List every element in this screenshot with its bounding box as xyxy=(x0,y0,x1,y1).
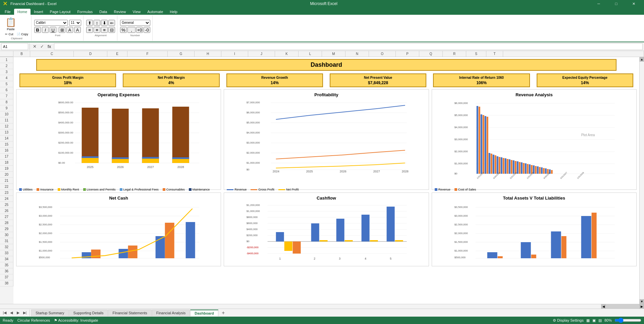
vertical-scrollbar[interactable]: ▲ ▼ xyxy=(639,57,644,304)
row-31[interactable]: 31 xyxy=(0,238,13,244)
row-36[interactable]: 36 xyxy=(0,268,13,274)
tab-review[interactable]: Review xyxy=(110,9,129,15)
view-page-break-btn[interactable]: ▤ xyxy=(598,318,602,323)
col-header-s[interactable]: S xyxy=(466,51,486,57)
merge-btn[interactable]: ⊟ xyxy=(108,27,115,33)
sheet-last-btn[interactable]: ▶| xyxy=(21,310,28,316)
row-15[interactable]: 15 xyxy=(0,142,13,148)
row-6[interactable]: 6 xyxy=(0,87,13,93)
row-22[interactable]: 22 xyxy=(0,184,13,190)
font-color-btn[interactable]: A xyxy=(74,27,81,33)
row-10[interactable]: 10 xyxy=(0,111,13,117)
name-box[interactable] xyxy=(1,43,28,50)
font-size-select[interactable]: 11 xyxy=(69,20,81,26)
confirm-icon[interactable]: ✓ xyxy=(39,43,45,50)
col-header-g[interactable]: G xyxy=(168,51,195,57)
tab-view[interactable]: View xyxy=(129,9,144,15)
col-header-k[interactable]: K xyxy=(275,51,299,57)
col-header-p[interactable]: P xyxy=(396,51,419,57)
close-btn[interactable]: ✕ xyxy=(626,0,641,7)
tab-supporting-details[interactable]: Supporting Details xyxy=(69,310,108,316)
align-middle-btn[interactable]: ↕ xyxy=(94,20,100,26)
sheet-first-btn[interactable]: |◀ xyxy=(1,310,8,316)
row-7[interactable]: 7 xyxy=(0,93,13,99)
insert-function-icon[interactable]: fx xyxy=(46,43,53,50)
row-21[interactable]: 21 xyxy=(0,178,13,184)
paste-btn[interactable]: 📋 Paste xyxy=(4,16,17,32)
row-25[interactable]: 25 xyxy=(0,202,13,208)
col-header-j[interactable]: J xyxy=(248,51,275,57)
number-format-select[interactable]: General xyxy=(120,20,150,26)
view-page-layout-btn[interactable]: ▣ xyxy=(592,318,596,323)
sheet-next-btn[interactable]: ▶ xyxy=(15,310,21,316)
row-19[interactable]: 19 xyxy=(0,166,13,172)
col-header-e[interactable]: E xyxy=(107,51,127,57)
col-header-l[interactable]: L xyxy=(299,51,322,57)
minimize-btn[interactable]: ─ xyxy=(591,0,606,7)
scroll-right-btn[interactable]: ▶ xyxy=(639,304,644,309)
row-3[interactable]: 3 xyxy=(0,69,13,75)
decrease-decimal-btn[interactable]: -0 xyxy=(144,27,150,33)
tab-insert[interactable]: Insert xyxy=(31,9,47,15)
row-14[interactable]: 14 xyxy=(0,136,13,142)
tab-data[interactable]: Data xyxy=(96,9,110,15)
col-header-c[interactable]: C xyxy=(30,51,74,57)
tab-automate[interactable]: Automate xyxy=(144,9,166,15)
align-right-btn[interactable]: ≡ xyxy=(101,27,108,33)
row-11[interactable]: 11 xyxy=(0,117,13,123)
col-header-n[interactable]: N xyxy=(345,51,369,57)
formula-input[interactable] xyxy=(54,43,643,50)
copy-btn[interactable]: 📄 Copy xyxy=(16,32,30,36)
row-8[interactable]: 8 xyxy=(0,99,13,105)
row-9[interactable]: 9 xyxy=(0,105,13,111)
tab-home[interactable]: Home xyxy=(14,9,31,15)
cancel-icon[interactable]: ✕ xyxy=(31,43,38,50)
row-17[interactable]: 17 xyxy=(0,154,13,160)
cut-btn[interactable]: ✂ Cut xyxy=(4,32,14,36)
scroll-down-btn[interactable]: ▼ xyxy=(640,299,644,304)
col-header-o[interactable]: O xyxy=(369,51,396,57)
row-37[interactable]: 37 xyxy=(0,274,13,280)
comma-btn[interactable]: , xyxy=(127,27,136,33)
tab-dashboard[interactable]: Dashboard xyxy=(190,310,218,316)
col-header-d[interactable]: D xyxy=(74,51,107,57)
scroll-thumb[interactable] xyxy=(606,304,639,309)
scroll-up-btn[interactable]: ▲ xyxy=(640,57,644,62)
tab-file[interactable]: File xyxy=(1,9,14,15)
col-header-q[interactable]: Q xyxy=(419,51,443,57)
row-12[interactable]: 12 xyxy=(0,123,13,129)
add-sheet-btn[interactable]: + xyxy=(220,310,227,316)
tab-startup-summary[interactable]: Startup Summary xyxy=(31,310,69,316)
row-30[interactable]: 30 xyxy=(0,232,13,238)
row-2[interactable]: 2 xyxy=(0,63,13,69)
tab-financial-analysis[interactable]: Financial Analysis xyxy=(152,310,190,316)
col-header-m[interactable]: M xyxy=(322,51,345,57)
display-settings[interactable]: ⚙ Display Settings xyxy=(553,318,584,323)
row-28[interactable]: 28 xyxy=(0,220,13,226)
row-32[interactable]: 32 xyxy=(0,244,13,250)
row-35[interactable]: 35 xyxy=(0,262,13,268)
align-bottom-btn[interactable]: ⬇ xyxy=(101,20,108,26)
row-24[interactable]: 24 xyxy=(0,196,13,202)
col-header-t[interactable]: T xyxy=(486,51,503,57)
wrap-text-btn[interactable]: ⇐ xyxy=(108,20,115,26)
border-btn[interactable]: ⊞ xyxy=(59,27,65,33)
row-27[interactable]: 27 xyxy=(0,214,13,220)
tab-page-layout[interactable]: Page Layout xyxy=(47,9,74,15)
row-23[interactable]: 23 xyxy=(0,190,13,196)
row-26[interactable]: 26 xyxy=(0,208,13,214)
fill-color-btn[interactable]: A xyxy=(66,27,73,33)
percent-btn[interactable]: % xyxy=(120,27,127,33)
row-1[interactable]: 1 xyxy=(0,57,13,63)
italic-btn[interactable]: I xyxy=(42,27,49,33)
increase-decimal-btn[interactable]: +0 xyxy=(136,27,143,33)
view-normal-btn[interactable]: ▦ xyxy=(586,318,590,323)
row-33[interactable]: 33 xyxy=(0,250,13,256)
row-20[interactable]: 20 xyxy=(0,172,13,178)
row-18[interactable]: 18 xyxy=(0,160,13,166)
tab-help[interactable]: Help xyxy=(166,9,181,15)
zoom-slider[interactable] xyxy=(614,318,641,323)
tab-financial-statements[interactable]: FInancial Statements xyxy=(108,310,151,316)
row-29[interactable]: 29 xyxy=(0,226,13,232)
row-13[interactable]: 13 xyxy=(0,129,13,136)
